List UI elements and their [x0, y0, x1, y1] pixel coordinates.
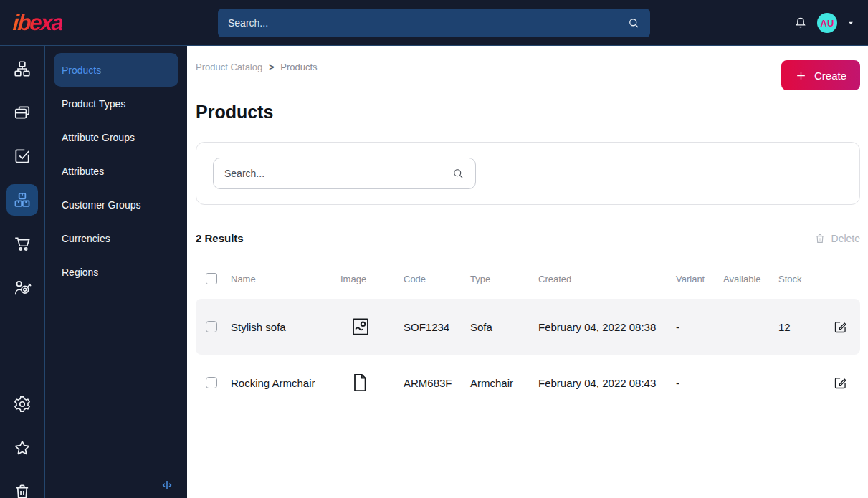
global-search[interactable]: [218, 9, 650, 37]
rail-divider: [0, 380, 45, 380]
product-name-link[interactable]: Stylish sofa: [231, 321, 286, 333]
column-header-image: Image: [340, 274, 404, 284]
sidebar-collapse-icon[interactable]: [161, 479, 173, 492]
column-header-code: Code: [404, 274, 470, 284]
product-type: Armchair: [470, 377, 538, 389]
create-button-label: Create: [814, 70, 846, 82]
product-variant: -: [676, 321, 723, 333]
edit-button[interactable]: [831, 318, 849, 336]
sidebar-item-label: Product Types: [62, 98, 125, 110]
product-created: February 04, 2022 08:38: [538, 321, 676, 333]
sidebar-item-customer-groups[interactable]: Customer Groups: [54, 188, 178, 221]
sitemap-icon[interactable]: [6, 53, 38, 85]
page-title: Products: [196, 102, 860, 123]
sidebar-item-regions[interactable]: Regions: [54, 255, 178, 289]
plus-icon: [795, 70, 807, 82]
chevron-down-icon[interactable]: [846, 19, 855, 27]
column-header-name: Name: [231, 274, 340, 284]
tasks-icon[interactable]: [6, 140, 38, 172]
main-content: Product Catalog > Products Create Produc…: [187, 46, 868, 498]
table-row: Stylish sofa SOF1234 Sofa February 04, 2…: [196, 299, 860, 355]
edit-button[interactable]: [831, 374, 849, 392]
settings-gear-icon[interactable]: [6, 388, 38, 420]
filter-card: [196, 142, 860, 205]
icon-rail: [0, 46, 45, 498]
column-header-created: Created: [538, 274, 676, 284]
rail-divider-small: [13, 426, 32, 426]
cart-icon[interactable]: [6, 228, 38, 259]
avatar[interactable]: AU: [817, 13, 837, 33]
ibexa-logo[interactable]: ibexa: [12, 10, 64, 36]
results-bar: 2 Results Delete: [196, 232, 860, 244]
column-header-type: Type: [470, 274, 538, 284]
table-row: Rocking Armchair ARM683F Armchair Februa…: [196, 355, 860, 411]
sidebar-item-attribute-groups[interactable]: Attribute Groups: [54, 120, 178, 154]
product-type: Sofa: [470, 321, 538, 333]
sidebar-item-currencies[interactable]: Currencies: [54, 221, 178, 255]
delete-button-label: Delete: [831, 233, 860, 244]
product-code: ARM683F: [404, 377, 470, 389]
file-icon: [340, 371, 404, 394]
pages-icon[interactable]: [6, 97, 38, 128]
search-icon[interactable]: [627, 16, 640, 29]
sidebar-item-label: Attributes: [62, 166, 104, 177]
sidebar-item-label: Products: [62, 64, 101, 76]
create-button[interactable]: Create: [781, 60, 860, 90]
trash-icon: [814, 233, 826, 244]
topbar: ibexa AU: [0, 0, 868, 46]
trash-icon[interactable]: [6, 476, 38, 498]
row-checkbox[interactable]: [206, 377, 217, 388]
sidebar-product-catalog: Products Product Types Attribute Groups …: [45, 46, 187, 498]
bookmarks-star-icon[interactable]: [6, 432, 38, 464]
breadcrumb-product-catalog[interactable]: Product Catalog: [196, 62, 262, 72]
table-body: Stylish sofa SOF1234 Sofa February 04, 2…: [196, 299, 860, 411]
table-header: Name Image Code Type Created Variant Ava…: [196, 270, 860, 287]
product-catalog-icon[interactable]: [6, 184, 38, 216]
topbar-right-cluster: AU: [793, 0, 855, 46]
sidebar-item-product-types[interactable]: Product Types: [54, 87, 178, 120]
sidebar-item-label: Currencies: [62, 233, 110, 244]
sidebar-item-products[interactable]: Products: [54, 53, 178, 87]
global-search-input[interactable]: [228, 17, 627, 29]
row-checkbox[interactable]: [206, 321, 217, 332]
delete-button[interactable]: Delete: [814, 233, 860, 244]
product-created: February 04, 2022 08:43: [538, 377, 676, 389]
breadcrumb-products[interactable]: Products: [280, 62, 317, 72]
column-header-stock: Stock: [778, 274, 821, 284]
column-header-available: Available: [723, 274, 778, 284]
column-header-variant: Variant: [676, 274, 723, 284]
breadcrumb-separator: >: [269, 62, 274, 72]
image-icon: [340, 315, 404, 338]
sidebar-item-label: Regions: [62, 267, 98, 278]
select-all-checkbox[interactable]: [206, 273, 217, 284]
product-variant: -: [676, 377, 723, 389]
sidebar-item-label: Customer Groups: [62, 199, 140, 211]
breadcrumb: Product Catalog > Products: [196, 46, 860, 72]
product-stock: 12: [778, 321, 821, 333]
sidebar-item-attributes[interactable]: Attributes: [54, 154, 178, 188]
product-search-input[interactable]: [224, 168, 452, 179]
product-search[interactable]: [213, 158, 476, 189]
results-count: 2 Results: [196, 232, 244, 244]
product-name-link[interactable]: Rocking Armchair: [231, 377, 315, 389]
sidebar-item-label: Attribute Groups: [62, 132, 135, 143]
product-code: SOF1234: [404, 321, 470, 333]
notifications-bell-icon[interactable]: [793, 16, 808, 30]
search-icon[interactable]: [452, 167, 464, 180]
segments-icon[interactable]: [6, 272, 38, 303]
